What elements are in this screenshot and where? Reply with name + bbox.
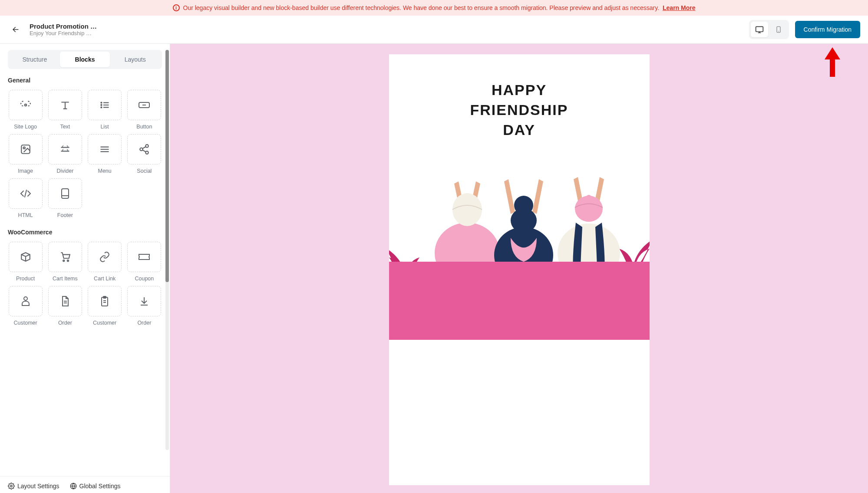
scrollbar[interactable] [165,50,169,450]
block-order[interactable]: Order [47,286,83,326]
image-icon [9,134,43,164]
block-label: Product [16,276,35,282]
heading-line2: FRIENDSHIP [470,102,568,118]
page-title: Product Promotion … [30,23,97,30]
block-customer[interactable]: Customer [8,286,43,326]
svg-point-13 [23,147,25,149]
canvas-area[interactable]: HAPPY FRIENDSHIP DAY [170,44,868,493]
mobile-view-button[interactable] [770,22,787,37]
block-social[interactable]: Social [127,134,162,174]
block-image[interactable]: Image [8,134,43,174]
block-button[interactable]: Button [127,90,162,130]
block-label: Order [137,320,151,326]
general-blocks-grid: Site Logo Text List [8,90,162,218]
block-label: Customer [14,320,37,326]
block-cart-items[interactable]: Cart Items [47,242,83,282]
section-woocommerce-title: WooCommerce [8,229,162,236]
tab-layouts[interactable]: Layouts [110,52,160,67]
block-order2[interactable]: Order [127,286,162,326]
block-label: Social [137,168,152,174]
block-divider[interactable]: Divider [47,134,83,174]
svg-point-19 [146,145,149,148]
block-footer[interactable]: Footer [47,178,83,218]
order2-icon [127,286,161,316]
block-label: Site Logo [14,124,37,130]
list-icon [88,90,122,120]
gear-icon [8,483,15,490]
layout-settings-label: Layout Settings [17,483,59,490]
customer2-icon [88,286,122,316]
site-logo-icon [9,90,43,120]
block-label: Customer [93,320,116,326]
woocommerce-blocks-grid: Product Cart Items Cart Link [8,242,162,326]
cart-items-icon [48,242,82,272]
svg-point-35 [10,485,12,487]
svg-point-39 [452,193,482,226]
svg-line-22 [143,147,146,148]
block-html[interactable]: HTML [8,178,43,218]
text-icon [48,90,82,120]
block-label: Cart Items [53,276,78,282]
back-button[interactable] [8,22,23,37]
migration-banner: i Our legacy visual builder and new bloc… [0,0,868,16]
canvas-heading: HAPPY FRIENDSHIP DAY [389,54,650,149]
block-label: Text [60,124,70,130]
product-icon [9,242,43,272]
globe-icon [70,483,77,490]
block-cart-link[interactable]: Cart Link [87,242,122,282]
block-customer2[interactable]: Customer [87,286,122,326]
svg-point-8 [101,107,102,108]
device-toggle [749,20,789,39]
svg-point-45 [586,195,591,200]
svg-point-3 [24,104,26,106]
block-label: Order [58,320,72,326]
block-label: Divider [56,168,73,174]
block-site-logo[interactable]: Site Logo [8,90,43,130]
scrollbar-thumb[interactable] [165,50,169,282]
block-label: Button [136,124,152,130]
button-icon [127,90,161,120]
tab-blocks[interactable]: Blocks [60,52,110,67]
global-settings-label: Global Settings [79,483,121,490]
social-icon [127,134,161,164]
global-settings-link[interactable]: Global Settings [70,483,121,490]
html-icon [9,178,43,209]
block-label: Coupon [135,276,154,282]
block-label: Image [18,168,33,174]
banner-text: Our legacy visual builder and new block-… [183,4,660,11]
desktop-view-button[interactable] [751,22,768,37]
cart-link-icon [88,242,122,272]
info-icon: i [173,4,180,11]
learn-more-link[interactable]: Learn More [663,4,695,11]
customer-icon [9,286,43,316]
confirm-migration-button[interactable]: Confirm Migration [795,21,860,38]
svg-point-20 [140,148,143,151]
tab-structure[interactable]: Structure [10,52,60,67]
svg-point-26 [63,260,64,261]
block-label: Cart Link [94,276,116,282]
block-text[interactable]: Text [47,90,83,130]
heading-line3: DAY [503,122,535,138]
order-icon [48,286,82,316]
sidebar-tabs: Structure Blocks Layouts [8,50,162,69]
header-bar: Product Promotion … Enjoy Your Friendshi… [0,16,868,44]
block-label: Menu [98,168,111,174]
svg-point-4 [101,102,102,103]
annotation-arrow-icon [825,47,840,77]
block-product[interactable]: Product [8,242,43,282]
svg-point-21 [146,151,149,154]
svg-line-23 [143,150,146,152]
layout-settings-link[interactable]: Layout Settings [8,483,59,490]
block-label: List [100,124,109,130]
block-list[interactable]: List [87,90,122,130]
sidebar: Structure Blocks Layouts General Site Lo… [0,44,170,493]
svg-point-27 [67,260,69,261]
block-label: Footer [57,212,73,218]
block-coupon[interactable]: Coupon [127,242,162,282]
main-layout: Structure Blocks Layouts General Site Lo… [0,44,868,493]
friendship-illustration [389,149,650,340]
sidebar-footer: Layout Settings Global Settings [0,476,170,493]
email-canvas[interactable]: HAPPY FRIENDSHIP DAY [389,54,650,485]
block-menu[interactable]: Menu [87,134,122,174]
svg-point-28 [24,297,27,300]
